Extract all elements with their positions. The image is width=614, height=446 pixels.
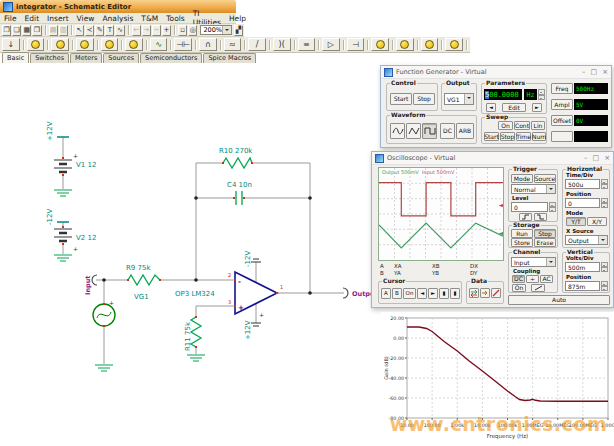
paste-button[interactable]: ▥ — [59, 25, 68, 36]
cursor-button-3[interactable]: ◄ — [417, 288, 427, 299]
wire-arrow-tool-button[interactable]: ↓ — [2, 38, 20, 51]
fg-sweep-time-button[interactable]: Time — [516, 132, 531, 141]
resistor-r11[interactable] — [191, 317, 201, 347]
cursor-button-5[interactable]: ▮ — [439, 288, 449, 299]
fg-digit-right-button[interactable]: ► — [532, 103, 542, 112]
select-region-button[interactable]: ▫ — [178, 25, 187, 36]
zoom-level-select[interactable]: 200% — [200, 25, 232, 35]
pen-tool-button[interactable]: ✎ — [95, 25, 104, 36]
data-clear-button[interactable] — [491, 288, 501, 298]
cursor-button-1[interactable]: B — [392, 288, 402, 299]
fg-output-select[interactable]: VG1 — [444, 93, 474, 105]
label-plus12v[interactable]: +12V — [46, 121, 54, 141]
menu-help[interactable]: Help — [225, 14, 250, 23]
new-file-button[interactable]: ❏ — [12, 25, 21, 36]
label-c4[interactable]: C4 10n — [227, 181, 252, 189]
rising-edge-button[interactable] — [519, 213, 532, 221]
function-generator-window[interactable]: Function Generator - Virtual – □ × Contr… — [380, 65, 612, 148]
fg-start-button[interactable]: Start — [390, 93, 412, 105]
label-input[interactable]: Input — [84, 276, 92, 295]
voltmeter-button[interactable] — [371, 38, 389, 51]
zoom-tool-button[interactable]: ◎ — [188, 25, 197, 36]
voltage-generator-button[interactable] — [101, 38, 119, 51]
relay-button[interactable]: ≡ — [298, 38, 316, 51]
square-wave-button[interactable] — [422, 123, 437, 139]
oscilloscope-window[interactable]: Oscilloscope - Virtual – □ × Output 500m… — [371, 151, 614, 308]
label-op-minus12v[interactable]: -12V — [244, 251, 252, 267]
storage-run-button[interactable]: Run — [511, 229, 533, 238]
io-view-button[interactable]: ▞ — [234, 25, 243, 36]
battery-v2[interactable] — [54, 229, 72, 241]
v-position-spinner[interactable] — [601, 281, 608, 291]
tab-sources[interactable]: Sources — [103, 53, 139, 63]
cursor-button-2[interactable]: On — [403, 288, 416, 299]
h-position-input[interactable]: 0 — [565, 198, 600, 208]
label-minus12v[interactable]: -12V — [46, 209, 54, 225]
fg-sweep-stop-button[interactable]: Stop — [500, 132, 515, 141]
terminal-button[interactable]: ⊣ — [347, 38, 365, 51]
cursor-button-0[interactable]: A — [381, 288, 391, 299]
fg-readout-label-blank[interactable] — [551, 131, 573, 142]
coupling-gnd-button[interactable]: ÷ — [526, 275, 539, 283]
falling-edge-button[interactable] — [534, 213, 547, 221]
trigger-mode-select[interactable]: Normal — [511, 184, 556, 194]
fg-sweep-on-button[interactable]: On — [498, 121, 513, 130]
transformer-button[interactable]: )( — [273, 38, 291, 51]
cursor-button-6[interactable]: ▮ — [450, 288, 460, 299]
menu-t-m[interactable]: T&M — [137, 14, 162, 23]
redo-button[interactable]: → — [142, 25, 151, 36]
menu-insert[interactable]: Insert — [43, 14, 73, 23]
fg-edit-button[interactable]: Edit — [502, 103, 526, 112]
open-schematic-button[interactable]: ❐ — [2, 25, 11, 36]
capacitor-c4[interactable] — [236, 191, 242, 205]
tab-switches[interactable]: Switches — [30, 53, 69, 63]
switch-button[interactable]: / — [248, 38, 266, 51]
data-copy-button[interactable] — [480, 288, 490, 298]
trigger-level-spinner[interactable] — [549, 202, 556, 212]
coupling-ac-button[interactable]: AC — [540, 275, 553, 283]
menu-file[interactable]: File — [0, 14, 21, 23]
h-position-spinner[interactable] — [601, 198, 608, 208]
trigger-source-button[interactable]: Source — [534, 174, 556, 183]
storage-erase-button[interactable]: Erase — [534, 238, 556, 247]
save-button[interactable]: ▦ — [22, 25, 31, 36]
opamp-button[interactable]: ▷ — [322, 38, 340, 51]
menu-tools[interactable]: Tools — [162, 14, 188, 23]
fg-readout-label-offset[interactable]: Offset — [551, 115, 573, 126]
minimize-icon[interactable]: – — [584, 155, 588, 162]
inductor-button[interactable]: ∩ — [199, 38, 217, 51]
tab-semiconductors[interactable]: Semiconductors — [140, 53, 202, 63]
fg-stop-button[interactable]: Stop — [413, 93, 435, 105]
current-source-button[interactable] — [76, 38, 94, 51]
fg-sweep-lin-button[interactable]: Lin — [531, 121, 545, 130]
chevron-down-icon[interactable] — [464, 94, 473, 104]
wire-tool-button[interactable]: ∿ — [115, 25, 124, 36]
tab-meters[interactable]: Meters — [70, 53, 102, 63]
resistor-r9[interactable] — [128, 275, 160, 285]
fg-title-bar[interactable]: Function Generator - Virtual – □ × — [381, 66, 611, 79]
maximize-icon[interactable]: □ — [591, 69, 598, 76]
current-generator-button[interactable] — [125, 38, 143, 51]
ammeter-button[interactable] — [396, 38, 414, 51]
label-vg1[interactable]: VG1 — [134, 293, 149, 301]
label-opamp[interactable]: OP3 LM324 — [175, 290, 215, 298]
fg-readout-label-ampl[interactable]: Ampl — [551, 99, 573, 110]
potentiometer-button[interactable]: ≈ — [224, 38, 242, 51]
scope-title-bar[interactable]: Oscilloscope - Virtual – □ × — [372, 152, 613, 165]
menu-edit[interactable]: Edit — [21, 14, 44, 23]
menu-analysis[interactable]: Analysis — [98, 14, 137, 23]
copy-button[interactable]: ▤ — [49, 25, 58, 36]
cursor-tool-button[interactable]: ↖ — [75, 25, 84, 36]
label-r9[interactable]: R9 75k — [126, 264, 151, 272]
coupling-dc-button[interactable]: DC — [512, 275, 525, 283]
chevron-down-icon[interactable] — [546, 185, 555, 193]
trigger-mode-button[interactable]: Mode — [511, 174, 533, 183]
storage-store-button[interactable]: Store — [511, 238, 533, 247]
chevron-down-icon[interactable] — [598, 236, 607, 244]
volts-div-input[interactable]: 500m — [565, 262, 600, 272]
undo-button[interactable]: ← — [132, 25, 141, 36]
fg-sweep-start-button[interactable]: Start — [484, 132, 499, 141]
time-div-spinner[interactable] — [601, 179, 608, 189]
trigger-level-input[interactable]: 0 — [511, 202, 548, 212]
capacitor-button[interactable]: ⊣⊢ — [174, 38, 192, 51]
